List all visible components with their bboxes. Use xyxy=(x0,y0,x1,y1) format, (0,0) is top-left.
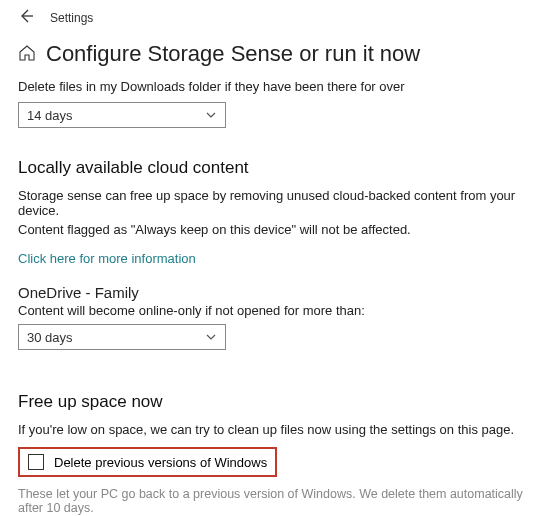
chevron-down-icon xyxy=(205,331,217,343)
delete-previous-versions-checkbox[interactable] xyxy=(28,454,44,470)
delete-previous-versions-label: Delete previous versions of Windows xyxy=(54,455,267,470)
header: Settings xyxy=(0,0,550,31)
onedrive-desc: Content will become online-only if not o… xyxy=(18,303,532,318)
freeup-note: These let your PC go back to a previous … xyxy=(18,487,532,515)
back-arrow-icon[interactable] xyxy=(18,8,34,27)
cloud-heading: Locally available cloud content xyxy=(18,158,532,178)
cloud-line2: Content flagged as "Always keep on this … xyxy=(18,222,532,237)
cloud-line1: Storage sense can free up space by remov… xyxy=(18,188,532,218)
downloads-select[interactable]: 14 days xyxy=(18,102,226,128)
home-icon[interactable] xyxy=(18,44,36,65)
downloads-select-value: 14 days xyxy=(27,108,73,123)
onedrive-select-value: 30 days xyxy=(27,330,73,345)
downloads-desc: Delete files in my Downloads folder if t… xyxy=(18,79,532,94)
delete-previous-versions-row: Delete previous versions of Windows xyxy=(18,447,277,477)
chevron-down-icon xyxy=(205,109,217,121)
onedrive-label: OneDrive - Family xyxy=(18,284,532,301)
onedrive-select[interactable]: 30 days xyxy=(18,324,226,350)
cloud-info-link[interactable]: Click here for more information xyxy=(18,251,196,266)
freeup-desc: If you're low on space, we can try to cl… xyxy=(18,422,532,437)
app-label: Settings xyxy=(50,11,93,25)
page-title: Configure Storage Sense or run it now xyxy=(46,41,420,67)
freeup-heading: Free up space now xyxy=(18,392,532,412)
title-row: Configure Storage Sense or run it now xyxy=(0,31,550,73)
